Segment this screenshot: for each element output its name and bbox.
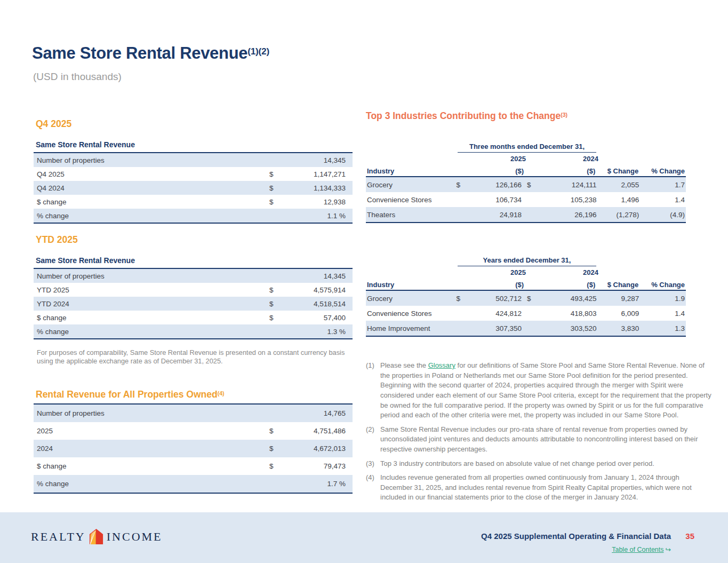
page-title-text: Same Store Rental Revenue	[32, 44, 247, 62]
value-2025: 502,712	[467, 295, 523, 303]
percent-change-value: 1.4	[639, 196, 686, 204]
row-value: 4,751,486	[282, 427, 353, 435]
footnote-4: (4) Includes revenue generated from all …	[366, 473, 711, 503]
table-row: Number of properties 14,765	[34, 405, 353, 422]
all-properties-section: Rental Revenue for All Properties Owned(…	[34, 388, 353, 494]
value-2025: 24,918	[467, 211, 523, 219]
q4-industries-table: Three months ended December 31, 2025 202…	[366, 142, 686, 223]
row-label: 2024	[34, 445, 269, 453]
row-value: 4,672,013	[282, 445, 353, 453]
industries-heading: Top 3 Industries Contributing to the Cha…	[366, 109, 711, 121]
footnote-1: (1) Please see the Glossary for our defi…	[366, 361, 711, 421]
industry-name: Theaters	[366, 211, 456, 219]
dollar-change-value: 1,496	[597, 196, 639, 204]
table-row: Number of properties 14,345	[34, 153, 353, 167]
industry-name: Home Improvement	[366, 324, 456, 332]
row-label: $ change	[34, 462, 269, 470]
all-properties-footnote-ref: (4)	[218, 390, 225, 397]
table-row: $ change $ 79,473	[34, 457, 353, 475]
value-2024: 105,238	[538, 196, 597, 204]
currency-symbol: $	[269, 445, 282, 453]
value-2024: 303,520	[538, 324, 597, 332]
q4-table-title: Same Store Rental Revenue	[34, 140, 353, 153]
dollar-change-value: 3,830	[597, 324, 639, 332]
footer-title-row: Q4 2025 Supplemental Operating & Financi…	[481, 532, 694, 541]
row-label: YTD 2024	[34, 300, 269, 308]
q4-section: Q4 2025 Same Store Rental Revenue Number…	[34, 118, 353, 224]
column-header-row: Industry ($) ($) $ Change % Change	[366, 279, 686, 290]
row-label: Q4 2024	[34, 184, 269, 192]
row-label: % change	[34, 212, 269, 220]
industry-name: Convenience Stores	[366, 196, 456, 204]
table-row: Grocery $ 126,166 $ 124,111 2,055 1.7	[366, 177, 686, 192]
currency-symbol: $	[269, 184, 282, 192]
table-row: $ change $ 57,400	[34, 311, 353, 324]
all-properties-heading: Rental Revenue for All Properties Owned(…	[36, 388, 353, 400]
value-2025: 424,812	[467, 310, 523, 318]
currency-symbol: $	[456, 181, 466, 189]
year-2025-header: 2025	[459, 155, 527, 165]
currency-symbol: $	[269, 198, 282, 206]
table-row: Convenience Stores 106,734 105,238 1,496…	[366, 192, 686, 207]
percent-change-value: 1.7	[639, 181, 686, 189]
industries-heading-text: Top 3 Industries Contributing to the Cha…	[366, 110, 561, 121]
table-of-contents-label[interactable]: Table of Contents	[612, 546, 663, 553]
row-value: 14,345	[282, 156, 353, 164]
logo-text-income: INCOME	[107, 530, 163, 544]
footnote-number: (1)	[366, 361, 380, 421]
table-row: % change 1.7 %	[34, 475, 353, 493]
realty-income-house-icon	[89, 528, 103, 545]
dollar-change-value: 6,009	[597, 310, 639, 318]
logo-text-realty: REALTY	[31, 530, 86, 544]
dollar-change-value: 2,055	[597, 181, 639, 189]
percent-change-value: (4.9)	[639, 211, 686, 219]
row-label: Number of properties	[34, 156, 269, 164]
currency-symbol: $	[269, 462, 282, 470]
percent-change-value: 1.3	[639, 324, 686, 332]
dollar-change-header: $ Change	[596, 167, 638, 175]
table-row: % change 1.3 %	[34, 324, 353, 338]
industry-column-header: Industry	[366, 167, 458, 175]
q4-industries-header: Three months ended December 31, 2025 202…	[366, 142, 686, 177]
row-value: 4,518,514	[282, 300, 353, 308]
value-2025: 106,734	[467, 196, 523, 204]
footnote-number: (3)	[366, 459, 380, 469]
row-value: 14,765	[282, 409, 353, 417]
currency-symbol: $	[523, 295, 538, 303]
row-label: YTD 2025	[34, 286, 269, 294]
currency-symbol: $	[269, 427, 282, 435]
period-header: Years ended December 31,	[458, 256, 596, 266]
dollar-change-value: (1,278)	[597, 211, 639, 219]
all-properties-table: Number of properties 14,765 2025 $ 4,751…	[34, 403, 353, 494]
row-label: Number of properties	[34, 409, 269, 417]
table-row: Q4 2025 $ 1,147,271	[34, 167, 353, 181]
value-2025: 307,350	[467, 324, 523, 332]
row-label: Q4 2025	[34, 170, 269, 178]
right-column: Top 3 Industries Contributing to the Cha…	[366, 109, 711, 507]
glossary-link[interactable]: Glossary	[428, 361, 455, 369]
ytd-section-heading: YTD 2025	[36, 234, 353, 245]
page-title: Same Store Rental Revenue(1)(2)	[32, 44, 269, 63]
period-header: Three months ended December 31,	[458, 142, 596, 153]
row-value: 1.7 %	[282, 480, 353, 488]
table-row: Home Improvement 307,350 303,520 3,830 1…	[366, 321, 686, 337]
industries-footnote-ref: (3)	[561, 112, 567, 118]
table-of-contents-link[interactable]: Table of Contents↪	[612, 545, 671, 553]
industry-name: Convenience Stores	[366, 310, 456, 318]
value-2024: 418,803	[538, 310, 597, 318]
row-label: 2025	[34, 427, 269, 435]
q4-revenue-table: Same Store Rental Revenue Number of prop…	[34, 140, 353, 224]
spacer	[366, 155, 459, 165]
footnote-text: Please see the Glossary for our definiti…	[380, 361, 711, 421]
value-2025: 126,166	[467, 181, 523, 189]
period-header-row: Years ended December 31,	[366, 256, 686, 267]
year-2025-header: 2025	[459, 268, 527, 279]
footnote-text: Includes revenue generated from all prop…	[380, 473, 711, 503]
row-value: 14,345	[282, 272, 353, 280]
percent-change-header: % Change	[638, 167, 686, 175]
row-value: 57,400	[282, 314, 353, 322]
table-row: Number of properties 14,345	[34, 269, 353, 283]
dollar-change-value: 9,287	[597, 295, 639, 303]
footnote-number: (2)	[366, 425, 380, 455]
industry-column-header: Industry	[366, 281, 458, 289]
